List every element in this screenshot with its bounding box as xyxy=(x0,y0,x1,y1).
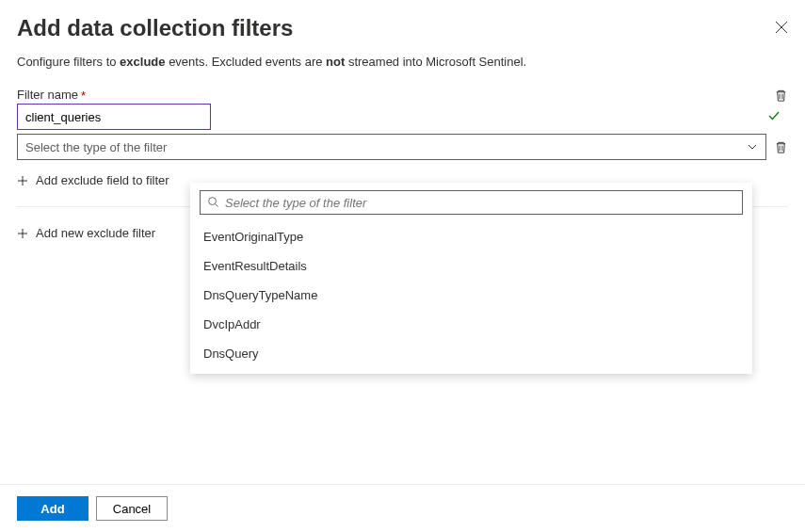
dropdown-option[interactable]: DnsQueryTypeName xyxy=(190,281,752,310)
description-text: Configure filters to exclude events. Exc… xyxy=(17,55,788,69)
checkmark-icon xyxy=(767,109,781,122)
footer-bar: Add Cancel xyxy=(0,484,805,532)
add-exclude-field-label: Add exclude field to filter xyxy=(36,173,169,187)
dropdown-option[interactable]: DnsQuery xyxy=(190,339,752,368)
filter-name-label: Filter name xyxy=(17,88,78,102)
add-new-exclude-filter-label: Add new exclude filter xyxy=(36,226,155,240)
add-new-exclude-filter-button[interactable]: Add new exclude filter xyxy=(17,226,155,240)
chevron-down-icon xyxy=(747,141,758,153)
cancel-button[interactable]: Cancel xyxy=(96,496,168,521)
trash-icon[interactable] xyxy=(774,140,788,154)
dropdown-option[interactable]: EventResultDetails xyxy=(190,251,752,281)
panel-title: Add data collection filters xyxy=(17,15,293,41)
dropdown-search-input[interactable] xyxy=(200,190,743,215)
add-button[interactable]: Add xyxy=(17,496,89,521)
plus-icon xyxy=(17,228,28,239)
required-asterisk: * xyxy=(81,89,86,103)
filter-type-select[interactable]: Select the type of the filter xyxy=(17,134,766,160)
filter-type-placeholder: Select the type of the filter xyxy=(25,140,167,154)
trash-icon[interactable] xyxy=(774,89,788,103)
dropdown-option[interactable]: EventOriginalType xyxy=(190,222,752,251)
plus-icon xyxy=(17,175,28,186)
add-exclude-field-button[interactable]: Add exclude field to filter xyxy=(17,173,169,187)
filter-name-input[interactable] xyxy=(17,104,211,130)
dropdown-option[interactable]: DvcIpAddr xyxy=(190,310,752,339)
close-icon[interactable] xyxy=(775,21,788,34)
filter-type-dropdown: EventOriginalType EventResultDetails Dns… xyxy=(190,183,752,374)
